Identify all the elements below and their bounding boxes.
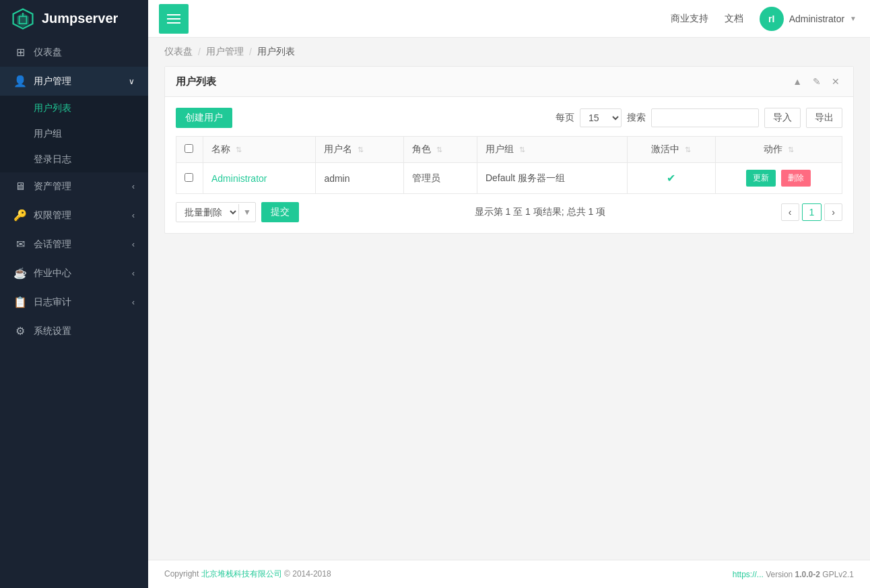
user-menu[interactable]: rI Administrator ▼ <box>760 7 857 31</box>
user-mgmt-submenu: 用户列表 用户组 登录日志 <box>0 96 148 172</box>
sidebar-subitem-user-group[interactable]: 用户组 <box>0 121 148 147</box>
card-actions: ▲ ✎ ✕ <box>790 75 842 88</box>
sidebar-item-log-audit[interactable]: 📋 日志审计 ‹ <box>0 288 148 317</box>
row-checkbox[interactable] <box>185 173 193 182</box>
bottom-left: 批量删除 ▼ 提交 <box>176 202 299 222</box>
sort-active-icon[interactable]: ⇅ <box>685 145 691 154</box>
user-list-card: 用户列表 ▲ ✎ ✕ 创建用户 每页 <box>164 66 854 234</box>
sort-name-icon[interactable]: ⇅ <box>236 145 242 154</box>
page-info: 显示第 1 至 1 项结果; 总共 1 项 <box>475 206 605 218</box>
user-group-label: 用户组 <box>34 128 62 140</box>
sidebar-item-perm-mgmt[interactable]: 🔑 权限管理 ‹ <box>0 201 148 230</box>
chevron-down-icon: ∨ <box>129 77 135 86</box>
sidebar: ⊞ 仪表盘 👤 用户管理 ∨ 用户列表 用户组 登录日志 🖥 资产管理 ‹ <box>0 38 148 588</box>
table-row: Administrator admin 管理员 Default 服务器一组 ✔ … <box>176 163 842 194</box>
toolbar: 创建用户 每页 15 10 25 50 100 搜索 <box>176 108 842 128</box>
topbar: Jumpserver 商业支持 文档 rI Administrator ▼ <box>0 0 870 38</box>
col-usergroup: 用户组 ⇅ <box>477 137 627 163</box>
log-icon: 📋 <box>13 296 27 308</box>
perm-icon: 🔑 <box>13 209 27 222</box>
next-page-button[interactable]: › <box>824 203 842 221</box>
card-close-btn[interactable]: ✕ <box>829 75 842 88</box>
sidebar-label-dashboard: 仪表盘 <box>34 46 62 59</box>
sort-action-icon[interactable]: ⇅ <box>788 145 794 154</box>
user-table: 名称 ⇅ 用户名 ⇅ 角色 ⇅ <box>176 136 842 194</box>
sidebar-subitem-login-log[interactable]: 登录日志 <box>0 147 148 172</box>
import-button[interactable]: 导入 <box>764 108 801 128</box>
user-mgmt-icon: 👤 <box>13 75 27 88</box>
batch-submit-button[interactable]: 提交 <box>261 202 299 222</box>
col-checkbox <box>176 137 203 163</box>
current-page[interactable]: 1 <box>802 203 822 221</box>
batch-select[interactable]: 批量删除 <box>176 203 238 222</box>
row-name-link[interactable]: Administrator <box>211 173 267 184</box>
sidebar-label-session-mgmt: 会话管理 <box>34 238 71 251</box>
footer-version: https://... Version 1.0.0-2 GPLv2.1 <box>733 570 854 579</box>
hamburger-button[interactable] <box>159 4 189 34</box>
prev-page-button[interactable]: ‹ <box>781 203 799 221</box>
sidebar-subitem-user-list[interactable]: 用户列表 <box>0 96 148 121</box>
commercial-support-link[interactable]: 商业支持 <box>671 13 708 25</box>
row-role-cell: 管理员 <box>404 163 477 194</box>
company-link[interactable]: 北京堆栈科技有限公司 <box>201 569 282 579</box>
topbar-left: Jumpserver <box>0 0 199 38</box>
bottom-center: 显示第 1 至 1 项结果; 总共 1 项 <box>475 206 605 218</box>
select-all-checkbox[interactable] <box>185 144 193 153</box>
sidebar-label-perm-mgmt: 权限管理 <box>34 209 71 222</box>
table-header-row: 名称 ⇅ 用户名 ⇅ 角色 ⇅ <box>176 137 842 163</box>
batch-select-wrapper: 批量删除 ▼ <box>176 202 256 222</box>
login-log-label: 登录日志 <box>34 154 71 166</box>
avatar: rI <box>760 7 784 31</box>
chevron-right-icon-session: ‹ <box>132 240 135 249</box>
page-content: 用户列表 ▲ ✎ ✕ 创建用户 每页 <box>148 66 870 560</box>
row-checkbox-cell <box>176 163 203 194</box>
hamburger-icon <box>167 11 180 26</box>
breadcrumb-sep-1: / <box>198 46 201 57</box>
create-user-button[interactable]: 创建用户 <box>176 108 232 128</box>
settings-icon: ⚙ <box>13 325 27 337</box>
card-expand-btn[interactable]: ▲ <box>790 75 805 88</box>
row-username-cell: admin <box>316 163 404 194</box>
breadcrumb-sep-2: / <box>249 46 252 57</box>
breadcrumb-current: 用户列表 <box>257 46 295 58</box>
update-button[interactable]: 更新 <box>746 170 776 187</box>
batch-dropdown-arrow[interactable]: ▼ <box>238 204 255 220</box>
breadcrumb-dashboard[interactable]: 仪表盘 <box>164 46 193 58</box>
sidebar-item-asset-mgmt[interactable]: 🖥 资产管理 ‹ <box>0 172 148 201</box>
col-name: 名称 ⇅ <box>203 137 316 163</box>
sort-usergroup-icon[interactable]: ⇅ <box>519 145 525 154</box>
app-name: Jumpserver <box>42 11 118 26</box>
sidebar-item-dashboard[interactable]: ⊞ 仪表盘 <box>0 38 148 67</box>
delete-button[interactable]: 删除 <box>781 170 811 187</box>
sidebar-item-job-center[interactable]: ☕ 作业中心 ‹ <box>0 259 148 288</box>
search-input[interactable] <box>651 108 759 127</box>
breadcrumb-user-mgmt[interactable]: 用户管理 <box>206 46 244 58</box>
card-title: 用户列表 <box>176 75 216 88</box>
sidebar-item-sys-settings[interactable]: ⚙ 系统设置 <box>0 317 148 346</box>
dashboard-icon: ⊞ <box>13 46 27 59</box>
user-name: Administrator <box>789 13 844 24</box>
sort-username-icon[interactable]: ⇅ <box>358 145 364 154</box>
chevron-right-icon-job: ‹ <box>132 269 135 278</box>
sort-role-icon[interactable]: ⇅ <box>436 145 442 154</box>
sidebar-item-session-mgmt[interactable]: ✉ 会话管理 ‹ <box>0 230 148 259</box>
per-page-select[interactable]: 15 10 25 50 100 <box>580 108 622 127</box>
col-active: 激活中 ⇅ <box>628 137 716 163</box>
col-username: 用户名 ⇅ <box>316 137 404 163</box>
col-action: 动作 ⇅ <box>715 137 842 163</box>
asset-icon: 🖥 <box>13 181 27 193</box>
job-icon: ☕ <box>13 267 27 280</box>
toolbar-right: 每页 15 10 25 50 100 搜索 导入 导出 <box>556 108 842 128</box>
card-body: 创建用户 每页 15 10 25 50 100 搜索 <box>165 97 853 233</box>
sidebar-item-user-mgmt[interactable]: 👤 用户管理 ∨ <box>0 67 148 96</box>
card-header: 用户列表 ▲ ✎ ✕ <box>165 67 853 97</box>
export-button[interactable]: 导出 <box>806 108 842 128</box>
card-edit-btn[interactable]: ✎ <box>810 75 824 88</box>
chevron-right-icon-perm: ‹ <box>132 211 135 220</box>
sidebar-label-sys-settings: 系统设置 <box>34 325 71 337</box>
docs-link[interactable]: 文档 <box>725 13 743 25</box>
sidebar-label-asset-mgmt: 资产管理 <box>34 181 71 193</box>
footer: Copyright 北京堆栈科技有限公司 © 2014-2018 https:/… <box>148 560 870 588</box>
active-check-icon: ✔ <box>667 172 675 184</box>
chevron-right-icon-asset: ‹ <box>132 182 135 191</box>
